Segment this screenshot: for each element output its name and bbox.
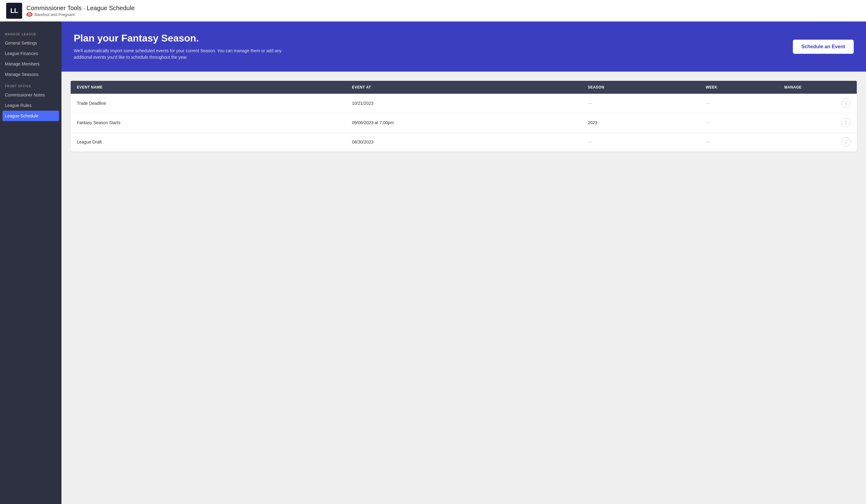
sidebar-item-league-finances[interactable]: League Finances [0,48,62,59]
cell-manage: ⋮ [778,133,857,152]
manage-menu-button[interactable]: ⋮ [841,137,851,147]
sidebar: MANAGE LEAGUE General Settings League Fi… [0,22,62,504]
header-subtitle: Barefoot and Pregnant [26,12,135,17]
sidebar-item-general-settings[interactable]: General Settings [0,38,62,48]
col-header-manage: MANAGE [778,81,857,94]
cell-season: 2023 [582,113,700,133]
sidebar-section-label-manage-league: MANAGE LEAGUE [0,28,62,38]
league-name: Barefoot and Pregnant [34,12,75,17]
banner-title: Plan your Fantasy Season. [74,33,283,44]
banner-content: Plan your Fantasy Season. We'll automati… [74,33,283,60]
cell-week: --- [699,133,778,152]
col-header-event-name: EVENT NAME [71,81,346,94]
cell-season: --- [582,133,700,152]
cell-event-at: 08/30/2023 [346,133,581,152]
sidebar-item-commissioner-notes[interactable]: Commissioner Notes [0,90,62,100]
sidebar-item-league-schedule[interactable]: League Schedule [2,111,59,121]
cell-event-name: League Draft [71,133,346,152]
cell-week: --- [699,113,778,133]
manage-menu-button[interactable]: ⋮ [841,99,851,108]
sidebar-item-manage-members[interactable]: Manage Members [0,59,62,69]
cell-season: --- [582,94,700,113]
col-header-season: SEASON [582,81,700,94]
sidebar-item-manage-seasons[interactable]: Manage Seasons [0,69,62,80]
league-icon [26,12,33,16]
sidebar-section-manage-league: MANAGE LEAGUE General Settings League Fi… [0,28,62,80]
header-info: Commissioner Tools · League Schedule Bar… [26,4,135,17]
table-body: Trade Deadline 10/21/2023 --- --- ⋮ Fant… [71,94,857,152]
header-title: Commissioner Tools · League Schedule [26,4,135,12]
banner: Plan your Fantasy Season. We'll automati… [62,22,866,71]
table-row: Trade Deadline 10/21/2023 --- --- ⋮ [71,94,857,113]
cell-event-name: Trade Deadline [71,94,346,113]
app-logo: LL [6,3,22,19]
col-header-event-at: EVENT AT [346,81,581,94]
header: LL Commissioner Tools · League Schedule … [0,0,866,22]
cell-week: --- [699,94,778,113]
layout: MANAGE LEAGUE General Settings League Fi… [0,22,866,504]
sidebar-section-front-office: FRONT OFFICE Commissioner Notes League R… [0,80,62,121]
manage-menu-button[interactable]: ⋮ [841,118,851,127]
cell-manage: ⋮ [778,94,857,113]
content-area: EVENT NAME EVENT AT SEASON WEEK MANAGE T… [62,71,866,504]
sidebar-section-label-front-office: FRONT OFFICE [0,80,62,90]
cell-manage: ⋮ [778,113,857,133]
sidebar-item-league-rules[interactable]: League Rules [0,100,62,111]
banner-description: We'll automatically import some schedule… [74,48,283,60]
events-table: EVENT NAME EVENT AT SEASON WEEK MANAGE T… [71,81,857,152]
table-row: Fantasy Season Starts 09/06/2023 at 7:00… [71,113,857,133]
col-header-week: WEEK [699,81,778,94]
schedule-event-button[interactable]: Schedule an Event [793,40,854,54]
main-content: Plan your Fantasy Season. We'll automati… [62,22,866,504]
cell-event-name: Fantasy Season Starts [71,113,346,133]
cell-event-at: 10/21/2023 [346,94,581,113]
table-header: EVENT NAME EVENT AT SEASON WEEK MANAGE [71,81,857,94]
cell-event-at: 09/06/2023 at 7:00pm [346,113,581,133]
table-row: League Draft 08/30/2023 --- --- ⋮ [71,133,857,152]
